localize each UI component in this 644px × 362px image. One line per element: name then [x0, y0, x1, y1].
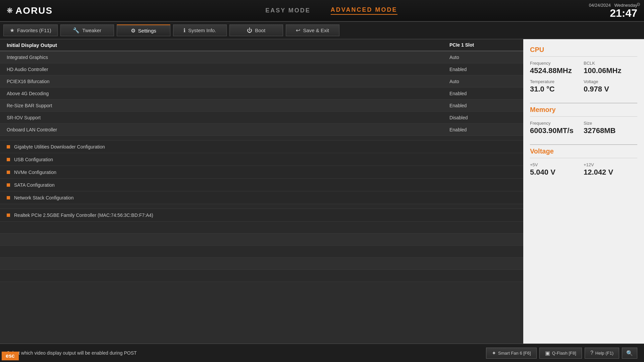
clock-area: 04/24/2024 Wednesday 21:47 — [589, 3, 637, 18]
group-link-label: NVMe Configuration — [14, 170, 56, 175]
group-link-label: Gigabyte Utilities Downloader Configurat… — [14, 144, 105, 149]
status-text: Select which video display output will b… — [7, 350, 137, 356]
cpu-freq-row: Frequency 4524.88MHz BCLK 100.06MHz — [530, 61, 637, 78]
voltage-12v-label: +12V — [584, 162, 637, 167]
bullet-icon — [7, 183, 10, 187]
flash-icon: ▣ — [545, 350, 550, 356]
memory-row: Frequency 6003.90MT/s Size 32768MB — [530, 121, 637, 138]
settings-icon: ⚙ — [131, 27, 136, 34]
table-row[interactable]: SR-IOV Support Disabled — [0, 112, 523, 124]
favorites-button[interactable]: ★ Favorites (F11) — [3, 24, 58, 36]
cpu-bclk-col: BCLK 100.06MHz — [584, 61, 637, 78]
empty-row — [0, 246, 523, 258]
table-row[interactable]: Onboard LAN Controller Enabled — [0, 124, 523, 136]
row-label: Onboard LAN Controller — [7, 127, 449, 132]
row-value: Disabled — [449, 115, 517, 120]
advanced-mode-button[interactable]: ADVANCED MODE — [331, 6, 397, 15]
header: ❋ AORUS EASY MODE ADVANCED MODE 04/24/20… — [0, 0, 644, 22]
bullet-icon — [7, 145, 10, 148]
cpu-freq-label: Frequency — [530, 61, 584, 66]
logo-text: AORUS — [15, 5, 53, 16]
status-buttons: ✦ Smart Fan 6 [F6] ▣ Q-Flash [F8] ? Help… — [486, 348, 637, 359]
bullet-icon — [7, 158, 10, 161]
voltage-title: Voltage — [530, 147, 637, 158]
statusbar: Select which video display output will b… — [0, 344, 644, 362]
memory-freq-label: Frequency — [530, 121, 584, 126]
voltage-section: Voltage +5V 5.040 V +12V 12.042 V — [530, 147, 637, 179]
header-value: PCIe 1 Slot — [449, 42, 517, 48]
settings-gear-icon[interactable]: ⚙ — [636, 2, 641, 7]
settings-button[interactable]: ⚙ Settings — [117, 24, 170, 36]
table-row[interactable]: Integrated Graphics Auto — [0, 51, 523, 63]
main-content: Initial Display Output PCIe 1 Slot Integ… — [0, 39, 644, 344]
cpu-temp-value: 31.0 °C — [530, 85, 584, 94]
bullet-icon — [7, 214, 10, 217]
info-icon: ℹ — [183, 27, 185, 34]
separator-row — [0, 136, 523, 140]
voltage-5v-col: +5V 5.040 V — [530, 162, 584, 179]
memory-freq-value: 6003.90MT/s — [530, 126, 584, 135]
list-item[interactable]: Gigabyte Utilities Downloader Configurat… — [0, 140, 523, 153]
row-value: Auto — [449, 79, 517, 84]
fan-icon: ✦ — [492, 350, 496, 356]
info-panel: CPU Frequency 4524.88MHz BCLK 100.06MHz … — [523, 39, 644, 344]
voltage-12v-col: +12V 12.042 V — [584, 162, 637, 179]
list-item[interactable]: NVMe Configuration — [0, 166, 523, 179]
divider — [530, 144, 637, 145]
boot-button[interactable]: ⏻ Boot — [229, 24, 283, 36]
table-row[interactable]: HD Audio Controller Enabled — [0, 63, 523, 75]
save-exit-button[interactable]: ↩ Save & Exit — [286, 24, 339, 36]
header-label: Initial Display Output — [7, 42, 449, 48]
empty-row — [0, 222, 523, 234]
memory-title: Memory — [530, 106, 637, 117]
separator-row — [0, 204, 523, 209]
memory-section: Memory Frequency 6003.90MT/s Size 32768M… — [530, 106, 637, 138]
memory-size-col: Size 32768MB — [584, 121, 637, 138]
esc-button[interactable]: esc — [2, 352, 19, 360]
tweaker-button[interactable]: 🔧 Tweaker — [60, 24, 114, 36]
group-link-label: USB Configuration — [14, 157, 53, 162]
cpu-temp-col: Temperature 31.0 °C — [530, 79, 584, 96]
voltage-5v-label: +5V — [530, 162, 584, 167]
list-item[interactable]: SATA Configuration — [0, 179, 523, 191]
smart-fan-button[interactable]: ✦ Smart Fan 6 [F6] — [486, 348, 537, 359]
list-item[interactable]: Realtek PCIe 2.5GBE Family Controller (M… — [0, 209, 523, 222]
row-value: Enabled — [449, 103, 517, 108]
list-item[interactable]: USB Configuration — [0, 153, 523, 166]
row-label: Re-Size BAR Support — [7, 103, 449, 108]
row-value: Enabled — [449, 127, 517, 132]
bullet-icon — [7, 196, 10, 199]
row-label: Above 4G Decoding — [7, 91, 449, 96]
bullet-icon — [7, 171, 10, 174]
logo-area: ❋ AORUS — [7, 5, 74, 16]
qflash-button[interactable]: ▣ Q-Flash [F8] — [539, 348, 582, 359]
table-row[interactable]: Re-Size BAR Support Enabled — [0, 100, 523, 112]
help-button[interactable]: ? Help (F1) — [585, 348, 619, 359]
aorus-logo-icon: ❋ — [7, 6, 13, 15]
row-label: HD Audio Controller — [7, 67, 449, 72]
cpu-section: CPU Frequency 4524.88MHz BCLK 100.06MHz … — [530, 46, 637, 96]
cpu-temp-row: Temperature 31.0 °C Voltage 0.978 V — [530, 79, 637, 96]
row-value: Auto — [449, 55, 517, 60]
cpu-bclk-value: 100.06MHz — [584, 66, 637, 75]
favorites-icon: ★ — [10, 27, 14, 34]
divider — [530, 103, 637, 103]
list-item[interactable]: Network Stack Configuration — [0, 191, 523, 204]
cpu-volt-col: Voltage 0.978 V — [584, 79, 637, 96]
system-info-button[interactable]: ℹ System Info. — [173, 24, 227, 36]
empty-row — [0, 270, 523, 282]
easy-mode-button[interactable]: EASY MODE — [265, 7, 311, 14]
cpu-volt-value: 0.978 V — [584, 85, 637, 94]
voltage-5v-value: 5.040 V — [530, 168, 584, 177]
search-icon: 🔍 — [626, 350, 633, 356]
table-row[interactable]: PCIEX16 Bifurcation Auto — [0, 75, 523, 87]
search-button[interactable]: 🔍 — [622, 348, 637, 359]
voltage-12v-value: 12.042 V — [584, 168, 637, 177]
settings-panel: Initial Display Output PCIe 1 Slot Integ… — [0, 39, 523, 344]
table-row[interactable]: Above 4G Decoding Enabled — [0, 87, 523, 100]
mode-area: EASY MODE ADVANCED MODE — [74, 6, 589, 15]
memory-size-label: Size — [584, 121, 637, 126]
group-link-label: Network Stack Configuration — [14, 195, 73, 200]
cpu-title: CPU — [530, 46, 637, 57]
cpu-temp-label: Temperature — [530, 79, 584, 84]
